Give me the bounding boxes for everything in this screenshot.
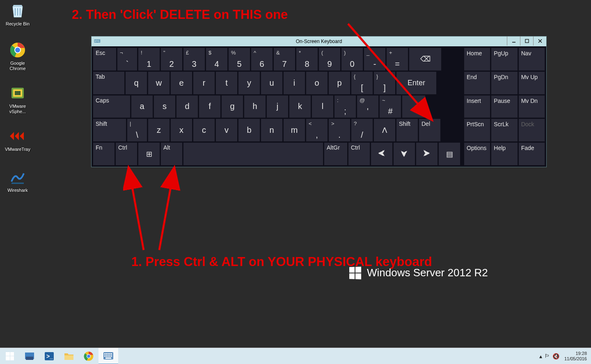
key-shift[interactable]: Shift — [93, 119, 126, 141]
key-[interactable]: <, — [306, 119, 328, 141]
key-[interactable]: }] — [374, 72, 395, 94]
desktop-icon-recycle-bin[interactable]: Recycle Bin — [2, 2, 33, 27]
key-options[interactable]: Options — [464, 143, 490, 165]
desktop-icon-vmwaretray[interactable]: VMwareTray — [2, 127, 33, 152]
taskbar-osk[interactable] — [98, 348, 118, 364]
key-[interactable]: @' — [357, 96, 378, 118]
key-[interactable]: ⌫ — [409, 48, 441, 71]
key-5[interactable]: %5 — [229, 48, 250, 71]
tray-action-center-icon[interactable]: 🏳 — [545, 353, 550, 359]
key-alt[interactable]: Alt — [161, 143, 182, 165]
key-fade[interactable]: Fade — [519, 143, 545, 165]
key-[interactable]: ⊞ — [138, 143, 160, 165]
key-y[interactable]: y — [238, 72, 260, 94]
tray-chevron-icon[interactable]: ▴ — [539, 353, 542, 359]
desktop-icon-vmware-vsphere[interactable]: VMware vSphe... — [2, 84, 33, 114]
taskbar-chrome[interactable] — [79, 348, 98, 364]
tray-volume-muted-icon[interactable]: 🔇 — [552, 353, 559, 359]
close-button[interactable] — [533, 36, 546, 46]
key-tab[interactable]: Tab — [93, 72, 124, 94]
taskbar-server-manager[interactable] — [20, 348, 39, 364]
key-blank[interactable] — [183, 143, 323, 165]
key-9[interactable]: (9 — [319, 48, 340, 71]
key-[interactable]: ¬` — [117, 48, 137, 71]
key-caps[interactable]: Caps — [93, 96, 130, 118]
key-home[interactable]: Home — [464, 48, 490, 71]
key-esc[interactable]: Esc — [93, 48, 116, 71]
key-0[interactable]: )0 — [341, 48, 363, 71]
key-[interactable]: ᐱ — [374, 119, 395, 141]
key-x[interactable]: x — [171, 119, 192, 141]
key-[interactable]: {[ — [351, 72, 373, 94]
key-mvdn[interactable]: Mv Dn — [519, 96, 545, 118]
key-dock[interactable]: Dock — [519, 119, 545, 141]
key-[interactable]: ⮜ — [371, 143, 392, 165]
start-button[interactable] — [0, 348, 20, 364]
key-[interactable]: += — [387, 48, 408, 71]
key-[interactable]: ⮞ — [416, 143, 438, 165]
key-v[interactable]: v — [216, 119, 237, 141]
desktop-icon-wireshark[interactable]: Wireshark — [2, 168, 33, 193]
key-[interactable]: >. — [329, 119, 350, 141]
key-2[interactable]: "2 — [161, 48, 182, 71]
key-fn[interactable]: Fn — [93, 143, 115, 165]
key-[interactable]: _- — [364, 48, 385, 71]
key-i[interactable]: i — [284, 72, 305, 94]
key-ctrl[interactable]: Ctrl — [116, 143, 137, 165]
taskbar-clock[interactable]: 19:28 11/05/2016 — [562, 351, 589, 362]
key-n[interactable]: n — [261, 119, 282, 141]
key-nav[interactable]: Nav — [519, 48, 545, 71]
key-l[interactable]: l — [312, 96, 333, 118]
key-pgup[interactable]: PgUp — [491, 48, 517, 71]
key-s[interactable]: s — [154, 96, 175, 118]
key-4[interactable]: $4 — [206, 48, 227, 71]
key-z[interactable]: z — [148, 119, 170, 141]
key-u[interactable]: u — [261, 72, 282, 94]
key-mvup[interactable]: Mv Up — [519, 72, 545, 94]
key-1[interactable]: !1 — [138, 48, 160, 71]
minimize-button[interactable] — [507, 36, 520, 46]
key-ctrl[interactable]: Ctrl — [348, 143, 370, 165]
key-c[interactable]: c — [193, 119, 215, 141]
key-blank[interactable] — [402, 96, 425, 118]
key-e[interactable]: e — [171, 72, 192, 94]
key-a[interactable]: a — [131, 96, 153, 118]
key-prtscn[interactable]: PrtScn — [464, 119, 490, 141]
desktop-icon-google-chrome[interactable]: Google Chrome — [2, 41, 33, 71]
key-pgdn[interactable]: PgDn — [491, 72, 517, 94]
taskbar-powershell[interactable]: >_ — [39, 348, 59, 364]
taskbar-file-explorer[interactable] — [59, 348, 79, 364]
key-scrlk[interactable]: ScrLk — [491, 119, 517, 141]
key-g[interactable]: g — [222, 96, 243, 118]
key-altgr[interactable]: AltGr — [324, 143, 347, 165]
key-d[interactable]: d — [176, 96, 198, 118]
key-q[interactable]: q — [126, 72, 147, 94]
key-[interactable]: ⮟ — [394, 143, 415, 165]
key-[interactable]: ~# — [380, 96, 401, 118]
key-end[interactable]: End — [464, 72, 490, 94]
key-[interactable]: ▤ — [439, 143, 460, 165]
key-h[interactable]: h — [244, 96, 266, 118]
key-f[interactable]: f — [199, 96, 220, 118]
key-[interactable]: :; — [334, 96, 356, 118]
key-help[interactable]: Help — [491, 143, 517, 165]
key-8[interactable]: *8 — [296, 48, 318, 71]
key-[interactable]: ?/ — [351, 119, 373, 141]
key-w[interactable]: w — [148, 72, 170, 94]
key-m[interactable]: m — [284, 119, 305, 141]
key-7[interactable]: &7 — [274, 48, 295, 71]
key-enter[interactable]: Enter — [396, 72, 436, 94]
key-6[interactable]: ^6 — [251, 48, 273, 71]
key-pause[interactable]: Pause — [491, 96, 517, 118]
key-del[interactable]: Del — [419, 119, 440, 141]
key-b[interactable]: b — [238, 119, 260, 141]
key-r[interactable]: r — [193, 72, 215, 94]
key-3[interactable]: £3 — [183, 48, 205, 71]
maximize-button[interactable] — [520, 36, 533, 46]
key-j[interactable]: j — [267, 96, 288, 118]
osk-titlebar[interactable]: ⌨ On-Screen Keyboard — [92, 36, 546, 46]
key-shift[interactable]: Shift — [396, 119, 418, 141]
key-[interactable]: |\ — [127, 119, 147, 141]
key-k[interactable]: k — [289, 96, 311, 118]
key-insert[interactable]: Insert — [464, 96, 490, 118]
